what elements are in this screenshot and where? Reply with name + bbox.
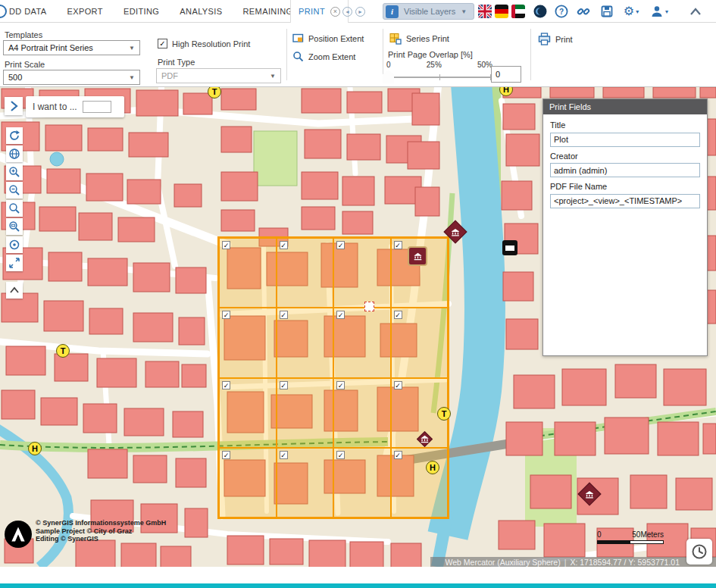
settings-gear-button[interactable]: ⚙▾ [621, 4, 641, 19]
grid-cell-checkbox[interactable]: ✓ [280, 451, 288, 459]
flag-germany-icon[interactable] [495, 5, 508, 18]
transit-stop-marker-h[interactable]: H [28, 442, 42, 455]
overlap-tick-label: 25% [427, 61, 442, 69]
menubar: DD DATAEXPORTEDITINGANALYSISREMAINING TO… [0, 0, 716, 23]
i-want-to-widget[interactable]: I want to ... [26, 96, 124, 117]
print-grid-cell[interactable]: ✓ [391, 308, 449, 377]
map-viewport[interactable]: ✓✓✓✓✓✓✓✓✓✓✓✓✓✓✓✓ THTTHH I want to ... Pr… [0, 87, 716, 567]
collapse-toolbar-button[interactable] [6, 282, 23, 299]
transit-stop-marker-t[interactable]: T [437, 407, 451, 421]
close-tab-icon[interactable]: × [330, 7, 340, 17]
grid-cell-checkbox[interactable]: ✓ [336, 311, 345, 319]
zoom-extent-label: Zoom Extent [308, 52, 355, 61]
print-grid-cell[interactable]: ✓ [277, 378, 334, 448]
flag-uk-icon[interactable] [478, 5, 492, 18]
collapse-ribbon-button[interactable] [688, 4, 703, 19]
poi-marker[interactable] [502, 240, 517, 255]
menu-items: DD DATAEXPORTEDITINGANALYSISREMAINING TO… [9, 0, 325, 23]
user-menu-button[interactable]: ▾ [649, 4, 670, 19]
zoom-extent-button[interactable]: Zoom Extent [292, 51, 355, 62]
chevron-down-icon: ▼ [129, 74, 135, 81]
transit-stop-marker-t[interactable]: T [56, 344, 70, 358]
map-copyright: © SynerGIS Informationssysteme GmbHSampl… [36, 519, 166, 543]
print-grid-cell[interactable]: ✓ [333, 378, 391, 448]
museum-square-marker[interactable] [408, 246, 427, 266]
print-grid-cell[interactable]: ✓ [333, 238, 391, 308]
print-type-select[interactable]: PDF▼ [156, 68, 281, 83]
expand-panel-button[interactable] [5, 97, 23, 115]
title-label: Title [550, 120, 700, 130]
menu-item-export[interactable]: EXPORT [67, 7, 102, 16]
grid-cell-checkbox[interactable]: ✓ [394, 451, 402, 459]
grid-cell-checkbox[interactable]: ✓ [280, 241, 288, 249]
overlap-slider-track[interactable] [388, 77, 491, 78]
grid-cell-checkbox[interactable]: ✓ [222, 311, 230, 319]
position-extent-label: Position Extent [308, 34, 364, 43]
print-grid-cell[interactable]: ✓ [219, 378, 277, 448]
help-icon[interactable]: ? [554, 4, 569, 19]
menu-item-dd-data[interactable]: DD DATA [9, 7, 46, 16]
grid-cell-checkbox[interactable]: ✓ [222, 241, 230, 249]
print-scale-select[interactable]: 500▼ [3, 70, 140, 85]
series-center-marker[interactable] [364, 302, 374, 311]
print-grid-cell[interactable]: ✓ [277, 238, 334, 308]
save-icon[interactable] [599, 4, 614, 19]
pdf-file-name-field[interactable] [550, 194, 700, 208]
overlap-input[interactable] [491, 66, 521, 83]
refresh-button[interactable] [6, 127, 23, 144]
zoom-window-button[interactable] [6, 200, 23, 217]
high-resolution-checkbox[interactable]: ✓ [158, 39, 167, 48]
print-grid-cell[interactable]: ✓ [219, 238, 277, 308]
overlap-slider-handle[interactable] [383, 70, 394, 83]
print-grid-cell[interactable]: ✓ [333, 308, 391, 377]
print-fields-header[interactable]: Print Fields [543, 99, 707, 114]
app-window: DD DATAEXPORTEDITINGANALYSISREMAINING TO… [0, 0, 716, 588]
zoom-selection-button[interactable] [6, 218, 23, 235]
crescent-icon[interactable] [533, 4, 548, 19]
grid-cell-checkbox[interactable]: ✓ [280, 381, 288, 389]
svg-text:?: ? [559, 8, 564, 16]
globe-button[interactable] [6, 145, 23, 162]
grid-cell-checkbox[interactable]: ✓ [394, 381, 402, 389]
creator-field[interactable] [550, 163, 700, 177]
grid-cell-checkbox[interactable]: ✓ [394, 241, 402, 249]
visible-layers-label: Visible Layers [404, 7, 455, 16]
print-grid-cell[interactable]: ✓ [333, 448, 391, 518]
print-button[interactable]: Print [538, 33, 573, 45]
position-extent-button[interactable]: Position Extent [292, 33, 364, 44]
series-print-button[interactable]: Series Print [389, 33, 449, 45]
print-grid-cell[interactable]: ✓ [219, 448, 277, 518]
overlap-label: Print Page Overlap [%] [388, 50, 473, 59]
center-map-button[interactable] [6, 236, 23, 253]
tab-print[interactable]: PRINT × [290, 0, 349, 23]
menu-item-editing[interactable]: EDITING [124, 7, 159, 16]
grid-cell-checkbox[interactable]: ✓ [336, 451, 345, 459]
print-grid-cell[interactable]: ✓ [277, 448, 334, 518]
zoom-in-button[interactable] [6, 164, 23, 180]
print-grid-cell[interactable]: ✓ [219, 308, 277, 377]
full-extent-button[interactable] [6, 255, 23, 271]
print-grid-cell[interactable]: ✓ [277, 308, 334, 377]
grid-cell-checkbox[interactable]: ✓ [336, 241, 345, 249]
grid-cell-checkbox[interactable]: ✓ [222, 451, 230, 459]
transit-stop-marker-h[interactable]: H [426, 461, 439, 474]
grid-cell-checkbox[interactable]: ✓ [336, 381, 345, 389]
prev-icon-button[interactable]: ◄ [342, 7, 352, 17]
projection-label: Web Mercator (Auxiliary Sphere) [446, 558, 561, 567]
next-icon-button[interactable]: ► [355, 7, 365, 17]
teal-accent-bar [0, 583, 716, 588]
zoom-out-button[interactable] [6, 182, 23, 199]
title-field[interactable] [550, 133, 700, 147]
grid-cell-checkbox[interactable]: ✓ [280, 311, 288, 319]
grid-cell-checkbox[interactable]: ✓ [222, 381, 230, 389]
history-clock-button[interactable] [686, 539, 712, 565]
i-want-to-input[interactable] [83, 101, 111, 113]
templates-select[interactable]: A4 Portrait Print Series▼ [3, 40, 140, 55]
visible-layers-button[interactable]: i Visible Layers ▼ [383, 3, 474, 20]
grid-cell-checkbox[interactable]: ✓ [394, 311, 402, 319]
flag-uae-icon[interactable] [511, 5, 525, 18]
print-series-grid[interactable]: ✓✓✓✓✓✓✓✓✓✓✓✓✓✓✓✓ [217, 236, 449, 519]
link-icon[interactable] [576, 4, 591, 19]
menu-item-analysis[interactable]: ANALYSIS [180, 7, 222, 16]
print-grid-cell[interactable]: ✓ [391, 448, 449, 518]
